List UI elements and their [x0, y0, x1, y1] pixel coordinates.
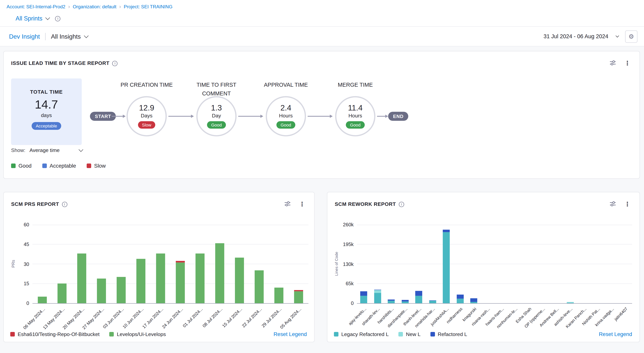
bar-ashish-leve...[interactable]: [567, 302, 574, 303]
lead-time-legend: Good Acceptable Slow: [11, 163, 106, 169]
y-axis-tick-label: 0: [351, 300, 354, 306]
legend-label: Refactored L: [438, 331, 467, 337]
chevron-down-icon: [78, 147, 83, 152]
bar-10 Jun 2024...[interactable]: [136, 259, 145, 303]
bar-segment: [77, 254, 86, 303]
flow-arrow: [377, 116, 386, 117]
bar-segment: [567, 302, 574, 303]
legend-item-new[interactable]: New L: [399, 331, 421, 337]
show-dropdown[interactable]: Show: Average time: [11, 148, 82, 153]
gridline: [357, 224, 632, 225]
stage-value: 1.3: [211, 104, 222, 112]
bar-08 Jul 2024...[interactable]: [215, 243, 224, 303]
bar-harshibits...[interactable]: [388, 300, 395, 303]
bar-22 Jul 2024...[interactable]: [255, 270, 264, 303]
bar-29 Jul 2024...[interactable]: [274, 288, 284, 303]
total-time-unit: days: [41, 112, 52, 118]
dev-insight-link[interactable]: Dev Insight: [9, 33, 40, 40]
bar-segment: [374, 293, 381, 303]
bar-segment: [255, 270, 264, 303]
bar-ajay-levelo...[interactable]: [360, 291, 367, 303]
sprint-selector[interactable]: All Sprints i: [16, 14, 60, 23]
stage-rating-badge: Good: [207, 121, 226, 129]
bar-darshanpate...[interactable]: [402, 300, 408, 303]
date-range-selector[interactable]: 31 Jul 2024 - 06 Aug 2024: [544, 33, 608, 40]
bar-24 Jun 2024...[interactable]: [176, 261, 185, 303]
bar-segment: [274, 288, 284, 303]
bar-segment: [156, 254, 165, 303]
end-pill: END: [388, 112, 408, 121]
bar-segment: [470, 298, 478, 302]
show-label: Show:: [11, 148, 25, 153]
bar-segment: [360, 291, 367, 296]
legend-swatch: [430, 332, 435, 336]
reset-legend-link[interactable]: Reset Legend: [599, 331, 632, 337]
legend-item-repo-2[interactable]: Levelops/Ui-Levelops: [110, 331, 166, 337]
bar-01 Jul 2024...[interactable]: [196, 254, 205, 303]
widget-filter-button[interactable]: [284, 200, 291, 207]
bar-13 May 2024...[interactable]: [58, 284, 66, 303]
stage-unit: Hours: [279, 113, 293, 118]
info-icon[interactable]: i: [399, 202, 404, 207]
info-icon[interactable]: i: [112, 61, 118, 66]
card-title: SCM REWORK REPORT: [335, 202, 396, 207]
bar-rodharness[interactable]: [456, 294, 464, 303]
insight-selector[interactable]: All Insights: [51, 33, 81, 40]
legend-item-slow[interactable]: Slow: [87, 163, 106, 169]
chevron-down-icon: [45, 15, 50, 20]
bar-nmahida-har...[interactable]: [429, 300, 436, 303]
gridline: [32, 264, 308, 264]
divider: [45, 33, 46, 40]
bar-knagurski[interactable]: [470, 298, 478, 303]
kebab-menu-icon[interactable]: ⋮: [624, 201, 630, 207]
stage-name: PR CREATION TIME: [116, 80, 178, 89]
stage-time-to-first-comment[interactable]: 1.3 Day Good: [196, 96, 237, 136]
sprint-selector-label: All Sprints: [16, 15, 42, 22]
legend-swatch: [10, 332, 15, 336]
bar-segment: [456, 299, 464, 303]
gridline: [32, 224, 308, 225]
bar-thanh-level...[interactable]: [416, 291, 422, 303]
total-rating-badge: Acceptable: [32, 122, 61, 130]
info-icon[interactable]: i: [62, 202, 67, 207]
stage-pr-creation-time[interactable]: 12.9 Days Slow: [126, 96, 167, 136]
legend-item-refactored[interactable]: Refactored L: [430, 331, 467, 337]
settings-button[interactable]: ⚙: [625, 30, 638, 42]
legend-item-repo-1[interactable]: Esha610/Testing-Repo-Of-Bitbucket: [10, 331, 100, 337]
info-icon[interactable]: i: [55, 16, 60, 21]
stage-merge-time[interactable]: 11.4 Hours Good: [335, 96, 376, 136]
bar-segment: [294, 290, 303, 292]
widget-filter-button[interactable]: [610, 60, 616, 66]
legend-swatch: [334, 332, 338, 336]
legend-item-good[interactable]: Good: [11, 163, 32, 169]
y-axis-tick-label: 0: [26, 300, 29, 306]
scm-rework-report-card: SCM REWORK REPORT i ⋮ Lines of Code 065k…: [327, 192, 640, 342]
bar-15 Jul 2024...[interactable]: [235, 258, 244, 303]
legend-swatch: [11, 164, 16, 168]
legend-label: Esha610/Testing-Repo-Of-Bitbucket: [18, 331, 100, 337]
bar-20 May 2024...[interactable]: [77, 254, 86, 303]
bar-03 Jun 2024...[interactable]: [116, 277, 126, 303]
card-title: ISSUE LEAD TIME BY STAGE REPORT: [11, 60, 109, 66]
kebab-menu-icon[interactable]: ⋮: [624, 60, 630, 66]
bar-17 Jun 2024...[interactable]: [156, 254, 165, 303]
gridline: [32, 303, 308, 303]
breadcrumb-project-link[interactable]: Project: SEI TRAINING: [124, 4, 172, 9]
reset-legend-link[interactable]: Reset Legend: [274, 331, 307, 337]
legend-item-acceptable[interactable]: Acceptable: [42, 163, 76, 169]
kebab-menu-icon[interactable]: ⋮: [299, 201, 305, 207]
plot-area: 06 May 2024...13 May 2024...20 May 2024.…: [32, 225, 308, 303]
widget-filter-button[interactable]: [610, 200, 616, 207]
bar-06 May 2024...[interactable]: [38, 296, 47, 303]
bar-05 Aug 2024...[interactable]: [294, 290, 303, 303]
breadcrumb-account-link[interactable]: Account: SEI-Internal-Prod2: [6, 4, 66, 9]
stage-approval-time[interactable]: 2.4 Hours Good: [266, 96, 306, 136]
bar-27 May 2024...[interactable]: [97, 278, 106, 303]
legend-item-legacy-refactored[interactable]: Legacy Refactored L: [334, 331, 389, 337]
bar-sharath-lev...[interactable]: [374, 290, 381, 303]
stage-rating-badge: Good: [276, 121, 295, 129]
breadcrumb-organization-link[interactable]: Organization: default: [73, 4, 116, 9]
sliders-icon: [610, 60, 616, 66]
y-axis-tick-label: 65k: [346, 280, 354, 287]
bar-justAkshitA...[interactable]: [443, 230, 450, 303]
